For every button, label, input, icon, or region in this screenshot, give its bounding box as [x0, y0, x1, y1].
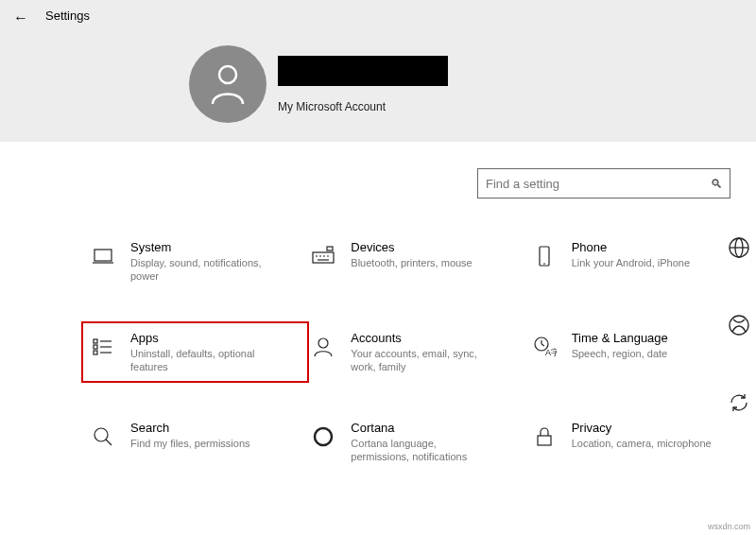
svg-text:A字: A字: [545, 348, 557, 357]
svg-point-0: [219, 66, 236, 83]
sync-icon[interactable]: [728, 391, 750, 414]
page-title: Settings: [45, 9, 90, 23]
tile-search[interactable]: Search Find my files, permissions: [85, 415, 305, 470]
redacted-name: [278, 56, 448, 86]
tile-cortana[interactable]: Cortana Cortana language, permissions, n…: [305, 415, 525, 470]
tile-desc: Bluetooth, printers, mouse: [351, 256, 472, 269]
apps-list-icon: [89, 333, 117, 361]
svg-rect-1: [94, 250, 112, 261]
account-text: My Microsoft Account: [278, 56, 448, 113]
tile-desc: Display, sound, notifications, power: [130, 256, 272, 284]
svg-line-24: [106, 440, 112, 445]
back-button[interactable]: ←: [13, 9, 28, 26]
tile-desc: Location, camera, microphone: [572, 437, 712, 450]
keyboard-icon: [309, 242, 337, 270]
search-input[interactable]: [478, 177, 703, 191]
tile-title: Time & Language: [572, 331, 668, 345]
tile-desc: Link your Android, iPhone: [572, 256, 690, 269]
tile-phone[interactable]: Phone Link your Android, iPhone: [526, 234, 747, 289]
clock-globe-icon: A字: [530, 333, 558, 361]
phone-icon: [530, 242, 558, 270]
person-outline-icon: [309, 333, 337, 361]
search-icon[interactable]: 🔍︎: [703, 177, 730, 191]
magnifier-icon: [89, 423, 117, 451]
tile-title: Apps: [130, 331, 272, 345]
tile-title: Phone: [572, 240, 690, 254]
svg-line-21: [541, 344, 544, 346]
svg-rect-26: [538, 436, 551, 445]
cortana-icon: [309, 423, 337, 451]
globe-icon[interactable]: [728, 236, 750, 259]
tile-title: Privacy: [572, 421, 712, 435]
lock-icon: [530, 423, 558, 451]
tile-desc: Speech, region, date: [572, 347, 668, 360]
laptop-icon: [89, 242, 117, 270]
my-microsoft-account-link[interactable]: My Microsoft Account: [278, 100, 448, 113]
tile-title: Accounts: [351, 331, 492, 345]
side-icons: [722, 236, 756, 414]
tile-title: Cortana: [351, 421, 492, 435]
tile-desc: Cortana language, permissions, notificat…: [351, 437, 492, 464]
account-email: [278, 86, 448, 96]
search-box[interactable]: 🔍︎: [477, 168, 730, 198]
svg-rect-9: [327, 247, 333, 250]
xbox-icon[interactable]: [728, 314, 750, 337]
tile-desc: Find my files, permissions: [130, 437, 250, 450]
tile-privacy[interactable]: Privacy Location, camera, microphone: [526, 415, 747, 470]
watermark: wsxdn.com: [708, 522, 750, 531]
svg-rect-14: [94, 351, 97, 354]
tile-accounts[interactable]: Accounts Your accounts, email, sync, wor…: [305, 325, 525, 380]
svg-rect-12: [94, 339, 97, 343]
tile-devices[interactable]: Devices Bluetooth, printers, mouse: [305, 234, 525, 289]
person-icon: [209, 62, 247, 106]
header: ← Settings My Microsoft Account: [0, 0, 756, 142]
avatar: [189, 45, 266, 123]
tile-title: Devices: [351, 240, 472, 254]
tile-title: Search: [130, 421, 250, 435]
svg-rect-13: [94, 345, 97, 349]
svg-point-23: [94, 428, 108, 441]
tile-time-language[interactable]: A字 Time & Language Speech, region, date: [526, 325, 747, 380]
tile-desc: Your accounts, email, sync, work, family: [351, 347, 492, 374]
tile-desc: Uninstall, defaults, optional features: [130, 347, 272, 374]
tile-title: System: [130, 240, 272, 254]
tile-system[interactable]: System Display, sound, notifications, po…: [85, 234, 305, 289]
svg-rect-3: [313, 252, 334, 263]
tile-apps[interactable]: Apps Uninstall, defaults, optional featu…: [85, 325, 305, 380]
svg-point-25: [315, 428, 332, 445]
settings-grid: System Display, sound, notifications, po…: [85, 234, 747, 506]
account-box: My Microsoft Account: [189, 45, 448, 123]
svg-rect-10: [540, 247, 549, 266]
svg-point-18: [318, 338, 328, 348]
